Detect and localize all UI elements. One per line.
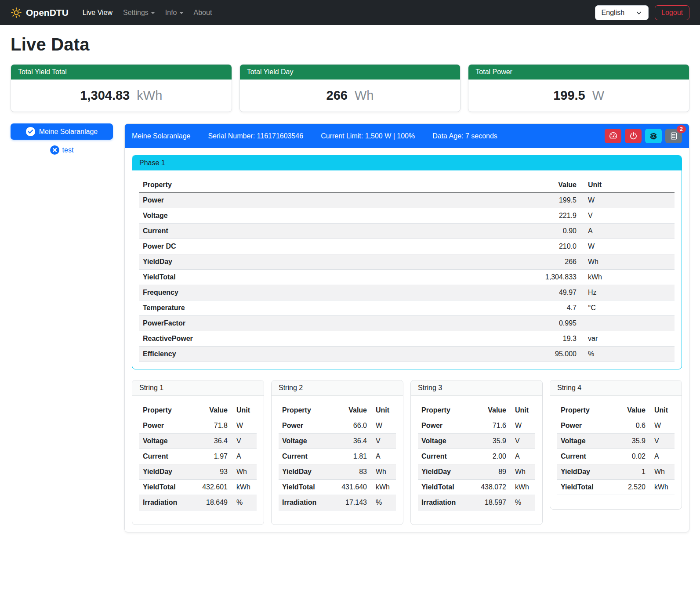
nav-menu: Live View Settings Info About bbox=[79, 5, 216, 20]
card-body: 199.5 W bbox=[468, 80, 689, 112]
unit-cell: V bbox=[580, 208, 675, 224]
nav-item-live-view[interactable]: Live View bbox=[79, 5, 116, 20]
nav-item-settings[interactable]: Settings bbox=[120, 5, 158, 20]
string-data-table: Property Value Unit Power71.8WVoltage36.… bbox=[139, 403, 257, 510]
table-header-row: Property Value Unit bbox=[557, 403, 675, 418]
card-title: Total Yield Day bbox=[240, 65, 461, 80]
table-row: Current1.81A bbox=[279, 449, 396, 464]
page-content: Live Data Total Yield Total 1,304.83 kWh… bbox=[0, 25, 700, 541]
table-header-row: Property Value Unit bbox=[139, 403, 257, 418]
logout-button[interactable]: Logout bbox=[655, 5, 689, 20]
property-cell: Irradiation bbox=[279, 495, 330, 510]
table-row: Voltage35.9V bbox=[557, 434, 675, 449]
card-value: 266 bbox=[326, 88, 348, 102]
property-cell: Voltage bbox=[279, 434, 330, 449]
unit-cell: °C bbox=[580, 300, 675, 316]
nav-item-about[interactable]: About bbox=[190, 5, 216, 20]
chevron-down-icon bbox=[636, 10, 642, 16]
column-header-property: Property bbox=[279, 403, 330, 418]
device-info-button[interactable] bbox=[645, 129, 662, 143]
property-cell: Current bbox=[418, 449, 469, 464]
property-cell: Power bbox=[557, 418, 609, 434]
page-title: Live Data bbox=[11, 35, 689, 54]
property-cell: YieldTotal bbox=[557, 480, 609, 495]
language-select[interactable]: English bbox=[595, 5, 649, 20]
property-cell: Irradiation bbox=[418, 495, 469, 510]
property-cell: Current bbox=[557, 449, 609, 464]
chevron-down-icon bbox=[151, 12, 155, 14]
top-navbar: OpenDTU Live View Settings Info About En… bbox=[0, 0, 700, 25]
unit-cell: A bbox=[649, 449, 675, 464]
unit-cell: A bbox=[370, 449, 396, 464]
total-yield-day-card: Total Yield Day 266 Wh bbox=[239, 64, 461, 112]
column-header-value: Value bbox=[514, 177, 580, 193]
unit-cell bbox=[580, 316, 675, 331]
unit-cell: A bbox=[580, 224, 675, 239]
property-cell: YieldDay bbox=[279, 464, 330, 480]
value-cell: 35.9 bbox=[609, 434, 649, 449]
value-cell: 89 bbox=[469, 464, 510, 480]
event-log-button[interactable]: 2 bbox=[665, 129, 682, 143]
property-cell: Power DC bbox=[139, 239, 514, 254]
property-cell: YieldTotal bbox=[418, 480, 469, 495]
inverter-panel-body: Phase 1 Property Value Unit Power199.5WV… bbox=[125, 148, 689, 532]
table-row: Irradiation18.649% bbox=[139, 495, 257, 510]
unit-cell: A bbox=[510, 449, 535, 464]
total-yield-total-card: Total Yield Total 1,304.83 kWh bbox=[11, 64, 232, 112]
card-value: 199.5 bbox=[553, 88, 585, 102]
power-button[interactable] bbox=[625, 129, 642, 143]
column-header-value: Value bbox=[469, 403, 510, 418]
property-cell: YieldTotal bbox=[139, 270, 514, 285]
string-panel-title: String 4 bbox=[550, 380, 682, 396]
table-row: PowerFactor0.995 bbox=[139, 316, 675, 331]
column-header-value: Value bbox=[191, 403, 231, 418]
value-cell: 66.0 bbox=[330, 418, 370, 434]
brand[interactable]: OpenDTU bbox=[11, 7, 69, 18]
unit-cell: % bbox=[580, 347, 675, 362]
property-cell: Current bbox=[279, 449, 330, 464]
column-header-unit: Unit bbox=[649, 403, 675, 418]
value-cell: 71.6 bbox=[469, 418, 510, 434]
inverter-item-test[interactable]: test bbox=[11, 145, 113, 155]
unit-cell: kWh bbox=[370, 480, 396, 495]
column-header-value: Value bbox=[609, 403, 649, 418]
nav-item-label: Info bbox=[165, 9, 177, 17]
value-cell: 221.9 bbox=[514, 208, 580, 224]
inverter-select-button[interactable]: Meine Solaranlage bbox=[11, 123, 113, 140]
card-title: Total Yield Total bbox=[11, 65, 232, 80]
value-cell: 210.0 bbox=[514, 239, 580, 254]
table-row: ReactivePower19.3var bbox=[139, 331, 675, 347]
string-4-panel: String 4 Property Value Unit bbox=[550, 380, 682, 510]
table-row: Voltage36.4V bbox=[279, 434, 396, 449]
property-cell: YieldDay bbox=[139, 464, 191, 480]
unit-cell: W bbox=[370, 418, 396, 434]
value-cell: 2.520 bbox=[609, 480, 649, 495]
table-row: Irradiation17.143% bbox=[279, 495, 396, 510]
table-row: Current0.02A bbox=[557, 449, 675, 464]
column-header-unit: Unit bbox=[510, 403, 535, 418]
phase-panel-title: Phase 1 bbox=[132, 156, 682, 170]
journal-icon bbox=[670, 132, 678, 140]
limit-settings-button[interactable] bbox=[605, 129, 621, 143]
unit-cell: % bbox=[370, 495, 396, 510]
value-cell: 432.601 bbox=[191, 480, 231, 495]
nav-item-info[interactable]: Info bbox=[162, 5, 187, 20]
value-cell: 1.81 bbox=[330, 449, 370, 464]
chevron-down-icon bbox=[180, 12, 183, 14]
table-row: Current0.90A bbox=[139, 224, 675, 239]
property-cell: Voltage bbox=[139, 434, 191, 449]
value-cell: 4.7 bbox=[514, 300, 580, 316]
inverter-sidebar: Meine Solaranlage test bbox=[11, 123, 113, 155]
inverter-title: Meine Solaranlage bbox=[132, 132, 190, 140]
unit-cell: V bbox=[231, 434, 257, 449]
table-row: Power0.6W bbox=[557, 418, 675, 434]
unit-cell: kWh bbox=[580, 270, 675, 285]
table-row: YieldDay266Wh bbox=[139, 254, 675, 270]
property-cell: Voltage bbox=[139, 208, 514, 224]
inverter-panel: Meine Solaranlage Serial Number: 1161716… bbox=[124, 123, 689, 532]
table-row: Temperature4.7°C bbox=[139, 300, 675, 316]
string-data-table: Property Value Unit Power71.6WVoltage35.… bbox=[418, 403, 535, 510]
table-row: YieldTotal438.072kWh bbox=[418, 480, 535, 495]
phase-1-panel: Phase 1 Property Value Unit Power199.5WV… bbox=[132, 155, 682, 369]
inverter-name: test bbox=[62, 146, 74, 154]
